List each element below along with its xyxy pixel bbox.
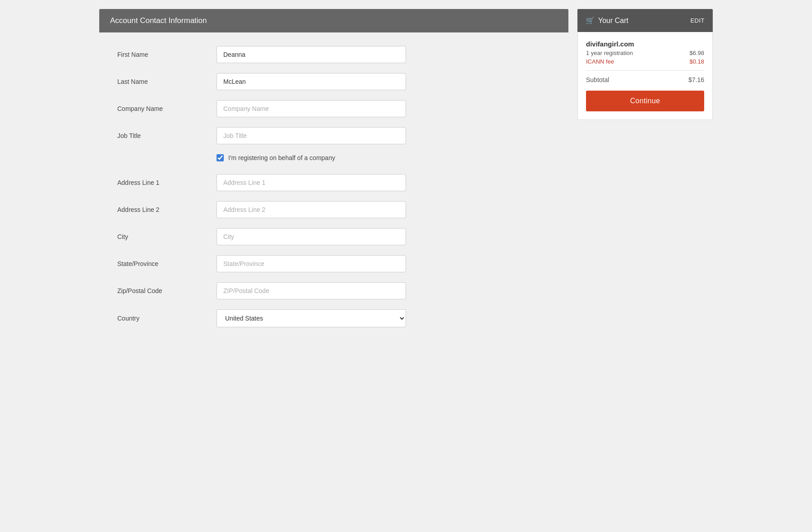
last-name-row: Last Name: [117, 73, 550, 90]
company-checkbox[interactable]: [217, 154, 224, 161]
country-row: Country United States Canada United King…: [117, 309, 550, 327]
first-name-input[interactable]: [217, 46, 406, 63]
first-name-row: First Name: [117, 46, 550, 63]
city-row: City: [117, 228, 550, 245]
country-select[interactable]: United States Canada United Kingdom Aust…: [217, 309, 406, 327]
address2-label: Address Line 2: [117, 206, 217, 213]
address1-input[interactable]: [217, 174, 406, 191]
last-name-input[interactable]: [217, 73, 406, 90]
address2-input[interactable]: [217, 201, 406, 218]
cart-body: divifangirl.com 1 year registration $6.9…: [577, 32, 713, 120]
job-title-input[interactable]: [217, 127, 406, 144]
state-label: State/Province: [117, 260, 217, 267]
cart-subtotal-price: $7.16: [688, 76, 704, 83]
city-input[interactable]: [217, 228, 406, 245]
continue-button[interactable]: Continue: [586, 91, 704, 111]
cart-icon: 🛒: [586, 16, 595, 25]
cart-edit-button[interactable]: EDIT: [690, 17, 705, 24]
cart-title: Your Cart: [598, 17, 628, 25]
cart-header: 🛒 Your Cart EDIT: [577, 9, 713, 32]
address1-label: Address Line 1: [117, 179, 217, 186]
first-name-label: First Name: [117, 51, 217, 58]
cart-registration-label: 1 year registration: [586, 50, 633, 56]
cart-subtotal-row: Subtotal $7.16: [586, 76, 704, 83]
job-title-row: Job Title: [117, 127, 550, 144]
company-checkbox-label[interactable]: I'm registering on behalf of a company: [228, 154, 335, 161]
zip-input[interactable]: [217, 282, 406, 299]
main-form-section: Account Contact Information First Name L…: [99, 9, 568, 355]
form-body: First Name Last Name Company Name Job Ti…: [99, 32, 568, 355]
city-label: City: [117, 233, 217, 240]
cart-domain: divifangirl.com: [586, 40, 704, 48]
address1-row: Address Line 1: [117, 174, 550, 191]
form-title: Account Contact Information: [110, 16, 207, 25]
state-input[interactable]: [217, 255, 406, 272]
zip-row: Zip/Postal Code: [117, 282, 550, 299]
company-name-input[interactable]: [217, 100, 406, 117]
cart-divider: [586, 70, 704, 71]
cart-icann-row: ICANN fee $0.18: [586, 58, 704, 65]
cart-subtotal-label: Subtotal: [586, 76, 609, 83]
cart-icann-label: ICANN fee: [586, 58, 614, 65]
cart-icann-price: $0.18: [689, 58, 704, 65]
last-name-label: Last Name: [117, 78, 217, 85]
company-name-row: Company Name: [117, 100, 550, 117]
cart-registration-price: $6.98: [689, 50, 704, 56]
form-section-header: Account Contact Information: [99, 9, 568, 32]
country-label: Country: [117, 315, 217, 322]
cart-section: 🛒 Your Cart EDIT divifangirl.com 1 year …: [577, 9, 713, 355]
state-row: State/Province: [117, 255, 550, 272]
cart-header-left: 🛒 Your Cart: [586, 16, 628, 25]
company-name-label: Company Name: [117, 105, 217, 112]
address2-row: Address Line 2: [117, 201, 550, 218]
company-checkbox-row: I'm registering on behalf of a company: [217, 154, 550, 161]
cart-registration-row: 1 year registration $6.98: [586, 50, 704, 56]
zip-label: Zip/Postal Code: [117, 287, 217, 294]
job-title-label: Job Title: [117, 132, 217, 139]
